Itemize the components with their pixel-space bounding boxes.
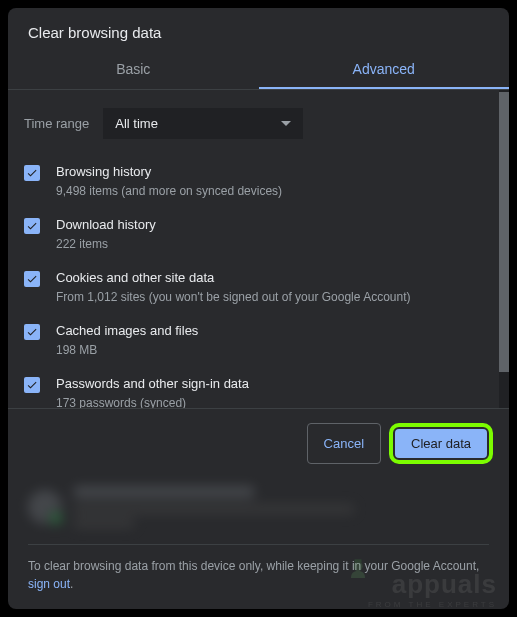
check-icon — [26, 379, 38, 391]
chevron-down-icon — [281, 121, 291, 126]
sign-out-link[interactable]: sign out — [28, 577, 70, 591]
list-item: Cached images and files 198 MB — [24, 314, 483, 367]
avatar — [28, 490, 62, 524]
item-text: Browsing history 9,498 items (and more o… — [56, 163, 483, 200]
checkbox-download-history[interactable] — [24, 218, 40, 234]
dialog-title: Clear browsing data — [8, 8, 509, 49]
scrollbar[interactable] — [499, 90, 509, 408]
content: Time range All time Browsing history 9,4… — [8, 90, 499, 408]
time-range-value: All time — [115, 116, 158, 131]
footer-text-before: To clear browsing data from this device … — [28, 559, 479, 573]
item-text: Passwords and other sign-in data 173 pas… — [56, 375, 483, 408]
item-text: Cookies and other site data From 1,012 s… — [56, 269, 483, 306]
item-title: Cached images and files — [56, 322, 483, 340]
clear-data-button[interactable]: Clear data — [395, 429, 487, 458]
item-text: Cached images and files 198 MB — [56, 322, 483, 359]
item-title: Browsing history — [56, 163, 483, 181]
item-title: Cookies and other site data — [56, 269, 483, 287]
account-info-blurred — [8, 478, 509, 540]
checkbox-cached[interactable] — [24, 324, 40, 340]
cancel-button[interactable]: Cancel — [307, 423, 381, 464]
item-sub: 9,498 items (and more on synced devices) — [56, 183, 483, 200]
item-sub: 222 items — [56, 236, 483, 253]
footer-note: To clear browsing data from this device … — [8, 557, 509, 609]
item-title: Passwords and other sign-in data — [56, 375, 483, 393]
check-icon — [26, 167, 38, 179]
blurred-text — [74, 486, 489, 528]
list-item: Passwords and other sign-in data 173 pas… — [24, 367, 483, 408]
list-item: Browsing history 9,498 items (and more o… — [24, 155, 483, 208]
checkbox-passwords[interactable] — [24, 377, 40, 393]
tab-advanced[interactable]: Advanced — [259, 49, 510, 89]
time-range-dropdown[interactable]: All time — [103, 108, 303, 139]
scrollbar-thumb[interactable] — [499, 92, 509, 372]
item-sub: 198 MB — [56, 342, 483, 359]
scroll-area: Time range All time Browsing history 9,4… — [8, 90, 509, 408]
clear-browsing-data-dialog: Clear browsing data Basic Advanced Time … — [8, 8, 509, 609]
check-icon — [26, 220, 38, 232]
tab-bar: Basic Advanced — [8, 49, 509, 90]
check-icon — [26, 326, 38, 338]
item-text: Download history 222 items — [56, 216, 483, 253]
item-sub: From 1,012 sites (you won't be signed ou… — [56, 289, 483, 306]
item-sub: 173 passwords (synced) — [56, 395, 483, 408]
highlight-box: Clear data — [389, 423, 493, 464]
time-range-label: Time range — [24, 116, 89, 131]
checkbox-cookies[interactable] — [24, 271, 40, 287]
item-title: Download history — [56, 216, 483, 234]
divider — [28, 544, 489, 545]
tab-basic[interactable]: Basic — [8, 49, 259, 89]
list-item: Download history 222 items — [24, 208, 483, 261]
time-range-row: Time range All time — [24, 102, 483, 155]
check-icon — [26, 273, 38, 285]
footer-text-after: . — [70, 577, 73, 591]
checkbox-browsing-history[interactable] — [24, 165, 40, 181]
list-item: Cookies and other site data From 1,012 s… — [24, 261, 483, 314]
button-row: Cancel Clear data — [8, 408, 509, 478]
